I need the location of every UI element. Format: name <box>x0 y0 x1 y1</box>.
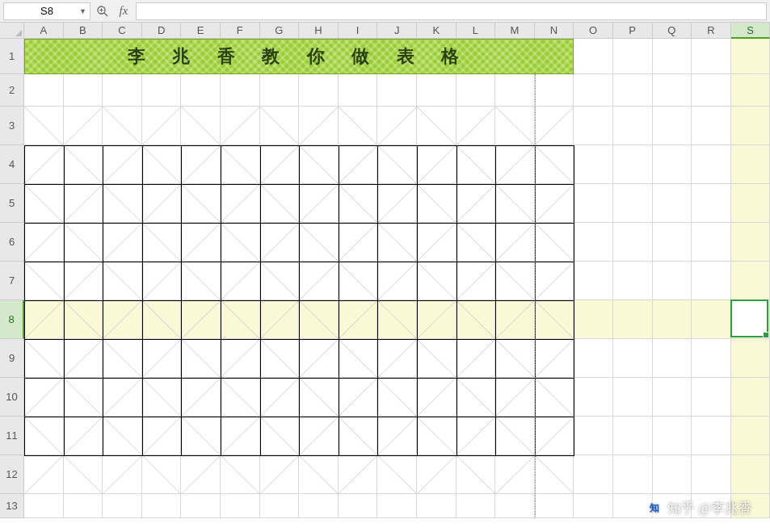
cell-H8[interactable] <box>299 300 339 339</box>
cell-F12[interactable] <box>221 455 260 494</box>
col-header-D[interactable]: D <box>142 23 182 39</box>
row-header-2[interactable]: 2 <box>0 74 24 107</box>
cell-P11[interactable] <box>613 417 653 455</box>
cell-K6[interactable] <box>417 223 457 262</box>
cell-L3[interactable] <box>457 107 496 145</box>
cell-R3[interactable] <box>692 107 731 145</box>
col-header-F[interactable]: F <box>221 23 260 39</box>
cell-J7[interactable] <box>377 262 417 300</box>
cell-F3[interactable] <box>221 107 260 145</box>
cell-E7[interactable] <box>181 262 221 300</box>
cell-F7[interactable] <box>221 262 260 300</box>
col-header-R[interactable]: R <box>692 23 731 39</box>
cell-H9[interactable] <box>299 339 339 378</box>
cell-K4[interactable] <box>417 145 457 184</box>
cell-A8[interactable] <box>24 300 64 339</box>
cell-R7[interactable] <box>692 262 731 300</box>
cell-A3[interactable] <box>24 107 64 145</box>
cell-B10[interactable] <box>64 378 103 417</box>
row-header-9[interactable]: 9 <box>0 339 24 378</box>
cell-I6[interactable] <box>339 223 378 262</box>
cell-D3[interactable] <box>142 107 182 145</box>
cell-O9[interactable] <box>574 339 613 378</box>
cell-J6[interactable] <box>377 223 417 262</box>
cell-I13[interactable] <box>339 494 378 518</box>
cell-O11[interactable] <box>574 417 613 455</box>
cell-G2[interactable] <box>260 74 300 107</box>
cell-L4[interactable] <box>457 145 496 184</box>
cell-I11[interactable] <box>339 417 378 455</box>
cell-Q9[interactable] <box>653 339 692 378</box>
cell-H13[interactable] <box>299 494 339 518</box>
cell-D7[interactable] <box>142 262 182 300</box>
cell-R10[interactable] <box>692 378 731 417</box>
cell-S7[interactable] <box>731 262 770 300</box>
cell-I2[interactable] <box>339 74 378 107</box>
cell-J10[interactable] <box>377 378 417 417</box>
title-banner[interactable]: 李 兆 香 教 你 做 表 格 <box>24 39 574 74</box>
cell-I10[interactable] <box>339 378 378 417</box>
cell-P8[interactable] <box>613 300 653 339</box>
cell-B4[interactable] <box>64 145 103 184</box>
cell-F8[interactable] <box>221 300 260 339</box>
cell-E5[interactable] <box>181 184 221 223</box>
cell-E9[interactable] <box>181 339 221 378</box>
cell-J2[interactable] <box>377 74 417 107</box>
cell-G6[interactable] <box>260 223 300 262</box>
cell-C8[interactable] <box>103 300 142 339</box>
cell-I12[interactable] <box>339 455 378 494</box>
active-cell[interactable] <box>730 300 769 337</box>
cell-M10[interactable] <box>495 378 535 417</box>
cell-I4[interactable] <box>339 145 378 184</box>
cell-E12[interactable] <box>181 455 221 494</box>
cell-N2[interactable] <box>535 74 574 107</box>
cell-R2[interactable] <box>692 74 731 107</box>
cell-K12[interactable] <box>417 455 457 494</box>
cell-J8[interactable] <box>377 300 417 339</box>
cell-O12[interactable] <box>574 455 613 494</box>
cell-M9[interactable] <box>495 339 535 378</box>
row-header-8[interactable]: 8 <box>0 300 24 339</box>
cell-G5[interactable] <box>260 184 300 223</box>
cell-I9[interactable] <box>339 339 378 378</box>
cell-E10[interactable] <box>181 378 221 417</box>
cell-C11[interactable] <box>103 417 142 455</box>
cell-Q10[interactable] <box>653 378 692 417</box>
cell-C3[interactable] <box>103 107 142 145</box>
cell-H3[interactable] <box>299 107 339 145</box>
cell-K3[interactable] <box>417 107 457 145</box>
cell-D11[interactable] <box>142 417 182 455</box>
cell-J4[interactable] <box>377 145 417 184</box>
cell-M13[interactable] <box>495 494 535 518</box>
cell-D4[interactable] <box>142 145 182 184</box>
cell-G10[interactable] <box>260 378 300 417</box>
cell-F5[interactable] <box>221 184 260 223</box>
row-header-10[interactable]: 10 <box>0 378 24 417</box>
cell-B8[interactable] <box>64 300 103 339</box>
cell-C10[interactable] <box>103 378 142 417</box>
cell-P10[interactable] <box>613 378 653 417</box>
cell-Q2[interactable] <box>653 74 692 107</box>
cell-I5[interactable] <box>339 184 378 223</box>
cell-J3[interactable] <box>377 107 417 145</box>
cell-D13[interactable] <box>142 494 182 518</box>
cell-L10[interactable] <box>457 378 496 417</box>
cell-C13[interactable] <box>103 494 142 518</box>
cell-N7[interactable] <box>535 262 574 300</box>
cell-A6[interactable] <box>24 223 64 262</box>
cell-G7[interactable] <box>260 262 300 300</box>
cell-K7[interactable] <box>417 262 457 300</box>
cell-Q12[interactable] <box>653 455 692 494</box>
cell-G3[interactable] <box>260 107 300 145</box>
cell-L6[interactable] <box>457 223 496 262</box>
cell-P12[interactable] <box>613 455 653 494</box>
cell-S12[interactable] <box>731 455 770 494</box>
cell-P7[interactable] <box>613 262 653 300</box>
cell-L2[interactable] <box>457 74 496 107</box>
cell-E4[interactable] <box>181 145 221 184</box>
cell-Q11[interactable] <box>653 417 692 455</box>
cell-O1[interactable] <box>574 39 613 74</box>
row-header-11[interactable]: 11 <box>0 417 24 455</box>
cell-C7[interactable] <box>103 262 142 300</box>
cell-Q7[interactable] <box>653 262 692 300</box>
